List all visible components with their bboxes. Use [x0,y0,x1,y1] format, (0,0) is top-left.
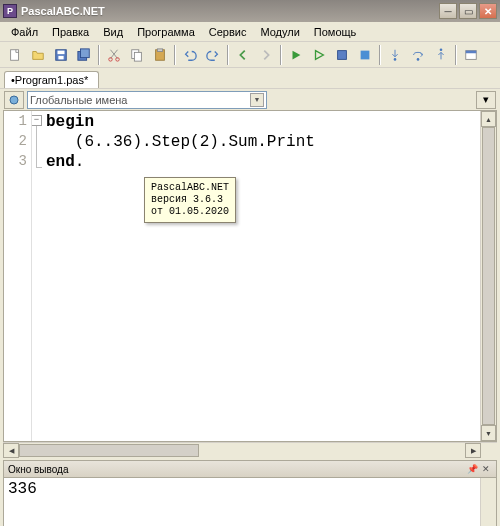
code-line[interactable]: (6..36).Step(2).Sum.Print [46,133,480,153]
svg-rect-0 [11,49,19,60]
names-combo-text: Глобальные имена [30,94,128,106]
menu-view[interactable]: Вид [96,24,130,40]
open-file-button[interactable] [27,44,49,66]
run-button[interactable] [285,44,307,66]
step-over-button[interactable] [407,44,429,66]
names-scope-button[interactable] [4,91,24,109]
output-text: 336 [8,480,37,498]
menu-program[interactable]: Программа [130,24,202,40]
minimize-button[interactable]: ─ [439,3,457,19]
output-vertical-scrollbar[interactable] [480,478,496,526]
new-file-button[interactable] [4,44,26,66]
save-button[interactable] [50,44,72,66]
line-number: 3 [4,153,31,173]
paste-button[interactable] [149,44,171,66]
svg-rect-11 [157,48,162,51]
toolbar-separator [227,45,229,65]
title-bar: P PascalABC.NET ─ ▭ ✕ [0,0,500,22]
menu-bar: Файл Правка Вид Программа Сервис Модули … [0,22,500,42]
output-panel[interactable]: 336 [3,478,497,526]
tooltip-line: PascalABC.NET [151,182,229,194]
line-number: 2 [4,133,31,153]
menu-service[interactable]: Сервис [202,24,254,40]
step-out-button[interactable] [430,44,452,66]
svg-rect-5 [81,48,90,57]
redo-button[interactable] [202,44,224,66]
scroll-down-icon[interactable]: ▼ [481,425,496,441]
svg-point-15 [417,58,420,61]
tab-label: •Program1.pas* [11,74,88,86]
scroll-up-icon[interactable]: ▲ [481,111,496,127]
window-title: PascalABC.NET [21,5,439,17]
line-gutter: 1 2 3 [4,111,32,441]
toolbar-separator [174,45,176,65]
version-tooltip: PascalABC.NET версия 3.6.3 от 01.05.2020 [144,177,236,223]
toolbar-separator [280,45,282,65]
editor-horizontal-scrollbar[interactable]: ◀ ▶ [3,442,497,458]
svg-rect-12 [338,50,347,59]
svg-point-16 [440,48,443,51]
output-panel-header: Окно вывода 📌 ✕ [3,460,497,478]
toolbar-separator [379,45,381,65]
stop-button[interactable] [354,44,376,66]
names-bar: Глобальные имена ▼ ▾ [0,88,500,110]
collapse-button[interactable]: ▾ [476,91,496,109]
scroll-thumb[interactable] [19,444,199,457]
chevron-down-icon: ▼ [250,93,264,107]
cut-button[interactable] [103,44,125,66]
fold-line [36,126,37,168]
tooltip-line: версия 3.6.3 [151,194,229,206]
names-combo[interactable]: Глобальные имена ▼ [27,91,267,109]
menu-file[interactable]: Файл [4,24,45,40]
svg-point-14 [394,58,397,61]
step-into-button[interactable] [384,44,406,66]
line-number: 1 [4,113,31,133]
maximize-button[interactable]: ▭ [459,3,477,19]
code-area[interactable]: − begin (6..36).Step(2).Sum.Print end. P… [32,111,480,441]
svg-rect-9 [134,52,141,61]
svg-rect-13 [361,50,370,59]
toolbar-separator [455,45,457,65]
menu-help[interactable]: Помощь [307,24,364,40]
menu-edit[interactable]: Правка [45,24,96,40]
scroll-left-icon[interactable]: ◀ [3,443,19,458]
scroll-corner [481,443,497,458]
nav-forward-button[interactable] [255,44,277,66]
window-controls: ─ ▭ ✕ [439,3,497,19]
new-form-button[interactable] [460,44,482,66]
pin-icon[interactable]: 📌 [466,463,478,475]
compile-button[interactable] [331,44,353,66]
save-all-button[interactable] [73,44,95,66]
undo-button[interactable] [179,44,201,66]
copy-button[interactable] [126,44,148,66]
code-editor[interactable]: 1 2 3 − begin (6..36).Step(2).Sum.Print … [3,110,497,442]
code-line[interactable]: begin [46,113,480,133]
close-button[interactable]: ✕ [479,3,497,19]
close-panel-icon[interactable]: ✕ [480,463,492,475]
svg-rect-18 [466,50,477,53]
scroll-thumb[interactable] [482,127,495,425]
menu-modules[interactable]: Модули [253,24,306,40]
output-panel-title: Окно вывода [8,464,68,475]
fold-end [36,167,42,168]
document-tab-bar: •Program1.pas* [0,68,500,88]
document-tab[interactable]: •Program1.pas* [4,71,99,88]
fold-toggle[interactable]: − [32,115,42,126]
svg-point-19 [10,96,18,104]
nav-back-button[interactable] [232,44,254,66]
editor-vertical-scrollbar[interactable]: ▲ ▼ [480,111,496,441]
app-icon: P [3,4,17,18]
toolbar-separator [98,45,100,65]
toolbar [0,42,500,68]
tooltip-line: от 01.05.2020 [151,206,229,218]
svg-rect-2 [58,50,65,54]
scroll-right-icon[interactable]: ▶ [465,443,481,458]
svg-rect-3 [58,55,63,59]
run-noargs-button[interactable] [308,44,330,66]
code-line[interactable]: end. [46,153,480,173]
